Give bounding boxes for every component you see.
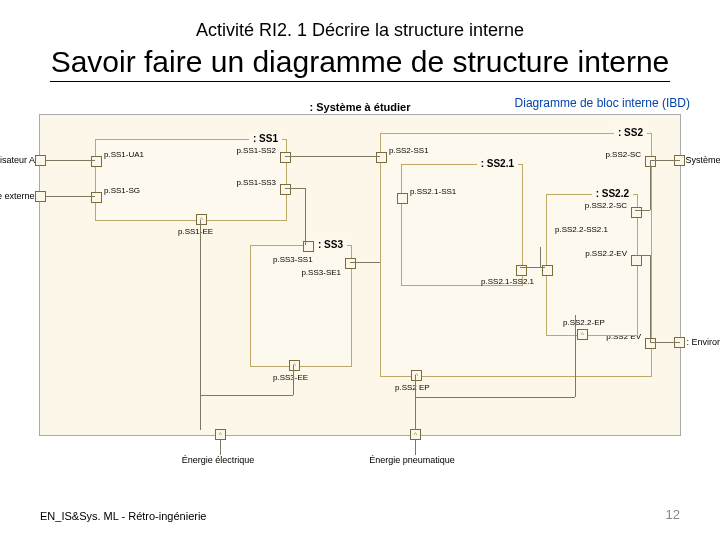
block-ss2: : SS2 p.SS2-SS1 p.SS2-SC ^ p.SS2 EP p.SS… <box>380 133 652 377</box>
block-title: : SS1 <box>249 133 282 144</box>
port-label: p.SS2.2-SC <box>585 201 627 210</box>
port-icon: ^ <box>215 429 226 440</box>
connector <box>200 220 201 430</box>
connector <box>635 255 650 256</box>
block-title: : SS2.1 <box>477 158 518 169</box>
port-label: p.SS2-SC <box>605 150 641 159</box>
port-label: p.SS2.2-EP <box>563 318 605 327</box>
block-title: : SS2.2 <box>592 188 633 199</box>
page-subtitle: Activité RI2. 1 Décrire la structure int… <box>0 20 720 41</box>
connector <box>293 365 294 395</box>
port-label: p.SS3-SE1 <box>301 268 341 277</box>
port-icon <box>280 152 291 163</box>
port-icon <box>345 258 356 269</box>
page-title: Savoir faire un diagramme de structure i… <box>50 45 669 82</box>
port-label: p.SS1-EE <box>178 227 213 236</box>
system-title: : Système à étudier <box>302 101 419 113</box>
connector <box>45 196 95 197</box>
ibd-diagram: : Système à étudier : Utilisateur A1 : S… <box>39 114 681 436</box>
port-icon: ^ <box>577 329 588 340</box>
port-icon: ^ <box>289 360 300 371</box>
port-label: p.SS3-SS1 <box>273 255 313 264</box>
port-icon: ^ <box>410 429 421 440</box>
connector <box>285 156 380 157</box>
connector <box>540 247 541 267</box>
port-label: p.SS2.2-EV <box>585 249 627 258</box>
block-ss1: : SS1 p.SS1-UA1 p.SS1-SG p.SS1-SS2 p.SS1… <box>95 139 287 221</box>
connector <box>220 440 221 455</box>
port-label: p.SS2-SS1 <box>389 146 429 155</box>
page-number: 12 <box>666 507 680 522</box>
energy-pneu-label: Énergie pneumatique <box>362 455 462 465</box>
connector <box>415 440 416 455</box>
port-icon: ^ <box>196 214 207 225</box>
port-icon <box>280 184 291 195</box>
connector <box>285 188 305 189</box>
connector <box>575 315 576 397</box>
port-label: p.SS3-EE <box>273 373 308 382</box>
port-label: p.SS2.1-SS2.1 <box>481 277 534 286</box>
connector <box>200 395 293 396</box>
connector <box>520 267 545 268</box>
connector <box>650 342 680 343</box>
block-ss2-2: : SS2.2 p.SS2.2-SC p.SS2.2-SS2.1 p.SS2.2… <box>546 194 638 336</box>
port-icon <box>376 152 387 163</box>
block-ss2-1: : SS2.1 p.SS2.1-SS1 p.SS2.1-SS2.1 <box>401 164 523 286</box>
ext-env: : Environnement <box>686 337 720 347</box>
ext-sys-c: : Système externe C <box>680 155 720 165</box>
connector <box>415 375 416 430</box>
connector <box>635 210 650 211</box>
block-ss3: : SS3 p.SS3-SS1 p.SS3-SE1 ^ p.SS3-EE <box>250 245 352 367</box>
port-label: p.SS2.1-SS1 <box>410 187 456 196</box>
footer-text: EN_IS&Sys. ML - Rétro-ingénierie <box>40 510 207 522</box>
port-icon <box>631 207 642 218</box>
connector <box>415 397 575 398</box>
connector <box>350 262 380 263</box>
port-label: p.SS1-SS3 <box>236 178 276 187</box>
port-label: p.SS1-SG <box>104 186 140 195</box>
connector <box>650 160 651 210</box>
port-icon <box>631 255 642 266</box>
port-icon <box>397 193 408 204</box>
connector <box>45 160 95 161</box>
port-label: p.SS1-SS2 <box>236 146 276 155</box>
port-label: p.SS2 EP <box>395 383 430 392</box>
connector <box>650 255 651 342</box>
port-label: p.SS1-UA1 <box>104 150 144 159</box>
connector <box>650 160 680 161</box>
port-icon <box>91 156 102 167</box>
port-label: p.SS2.2-SS2.1 <box>555 225 608 234</box>
connector <box>305 188 306 245</box>
block-title: : SS2 <box>614 127 647 138</box>
port-icon <box>91 192 102 203</box>
block-title: : SS3 <box>314 239 347 250</box>
energy-elec-label: Énergie électrique <box>168 455 268 465</box>
port-icon: ^ <box>411 370 422 381</box>
